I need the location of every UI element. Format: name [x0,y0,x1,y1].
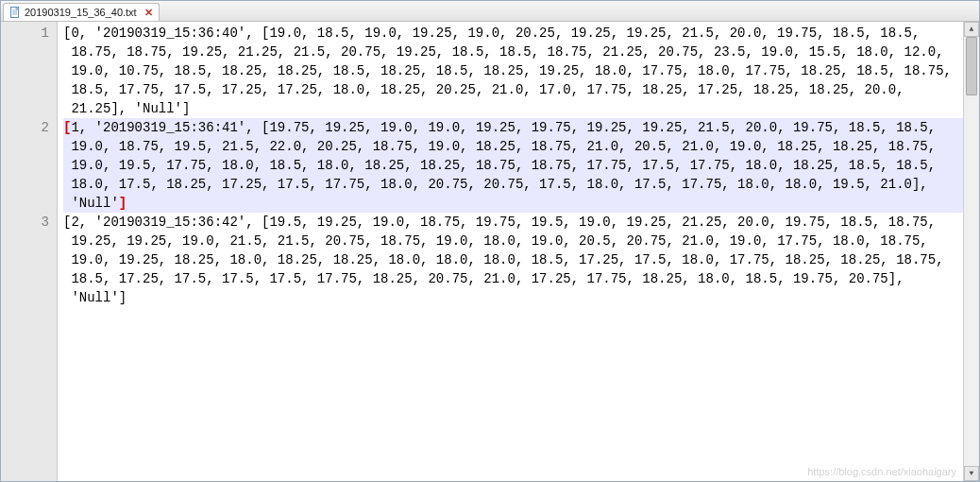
line-number: 3 [1,213,49,232]
line-number [1,175,49,194]
scroll-down-button[interactable]: ▼ [964,466,979,481]
code-line: 21.25], 'Null'] [63,99,973,118]
scroll-thumb[interactable] [966,37,977,95]
code-line: 19.25, 19.25, 19.0, 21.5, 21.5, 20.75, 1… [63,232,973,250]
code-line: 18.75, 18.75, 19.25, 21.25, 21.5, 20.75,… [63,43,973,61]
scrollbar-vertical[interactable]: ▲ ▼ [963,22,979,481]
line-number [1,61,49,80]
code-area[interactable]: [0, '20190319_15:36:40', [19.0, 18.5, 19… [58,22,979,481]
code-line: 19.0, 19.25, 18.25, 18.0, 18.25, 18.25, … [63,250,973,269]
code-line: [1, '20190319_15:36:41', [19.75, 19.25, … [63,118,973,137]
line-number [1,288,49,307]
watermark: https://blog.csdn.net/xiaohaigary [807,466,956,477]
editor-window: 20190319_15_36_40.txt ✕ 1 2 3 [0, '20190… [0,0,980,482]
line-number: 2 [1,118,49,137]
code-content: [0, '20190319_15:36:40', [19.0, 18.5, 19… [58,22,979,309]
code-line: 19.0, 19.5, 17.75, 18.0, 18.5, 18.0, 18.… [63,156,973,175]
code-line: 19.0, 18.75, 19.5, 21.5, 22.0, 20.25, 18… [63,137,973,156]
editor-area: 1 2 3 [0, '20190319_15:36:40', [19.0, 18… [1,22,979,481]
code-line: 19.0, 10.75, 18.5, 18.25, 18.25, 18.5, 1… [63,61,973,80]
line-number [1,99,49,118]
code-line: 'Null'] [63,194,973,213]
file-icon [9,7,21,18]
line-number: 1 [1,24,49,43]
code-line: 18.0, 17.5, 18.25, 17.25, 17.5, 17.75, 1… [63,175,973,194]
line-number [1,137,49,156]
code-line: 18.5, 17.25, 17.5, 17.5, 17.5, 17.75, 18… [63,269,973,288]
line-number [1,80,49,99]
line-number [1,43,49,61]
code-line: 18.5, 17.75, 17.5, 17.25, 17.25, 18.0, 1… [63,80,973,99]
tab-filename: 20190319_15_36_40.txt [25,7,137,18]
close-icon[interactable]: ✕ [144,7,153,19]
line-gutter: 1 2 3 [1,22,58,481]
code-line: [2, '20190319_15:36:42', [19.5, 19.25, 1… [63,213,973,232]
line-number [1,156,49,175]
line-number [1,232,49,250]
tab-bar: 20190319_15_36_40.txt ✕ [1,1,979,22]
scroll-up-button[interactable]: ▲ [964,22,979,37]
line-number [1,250,49,269]
line-number [1,269,49,288]
code-line: 'Null'] [63,288,973,307]
line-number [1,194,49,213]
file-tab[interactable]: 20190319_15_36_40.txt ✕ [3,3,160,21]
code-line: [0, '20190319_15:36:40', [19.0, 18.5, 19… [63,24,973,43]
